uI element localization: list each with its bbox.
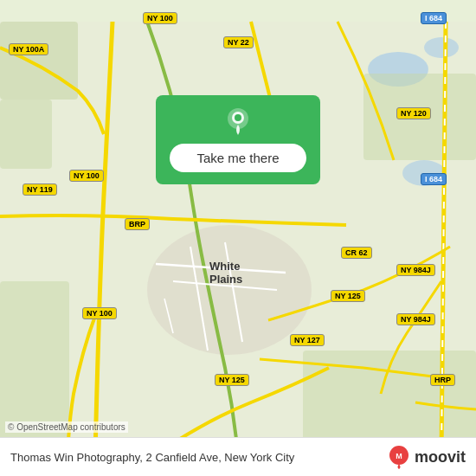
road-badge-ny127: NY 127 — [290, 334, 325, 346]
svg-point-2 — [424, 37, 459, 58]
svg-point-9 — [147, 225, 312, 355]
road-badge-ny125-bot: NY 125 — [215, 374, 249, 386]
road-badge-ny119: NY 119 — [23, 183, 57, 196]
svg-text:M: M — [396, 452, 402, 460]
road-badge-i684-mid: I 684 — [421, 173, 447, 185]
city-label: WhitePlains — [209, 260, 242, 286]
svg-point-19 — [235, 114, 241, 121]
address-text: Thomas Win Photography, 2 Canfield Ave, … — [10, 451, 387, 464]
road-badge-ny120: NY 120 — [396, 107, 431, 119]
road-badge-ny984j-bot: NY 984J — [396, 313, 435, 325]
road-badge-ny22: NY 22 — [223, 36, 254, 48]
svg-rect-5 — [0, 100, 52, 169]
map-container: NY 100 NY 100A NY 22 NY 100 NY 119 BRP N… — [0, 0, 476, 476]
road-badge-ny100-top: NY 100 — [143, 12, 177, 24]
take-me-there-button[interactable]: Take me there — [170, 144, 306, 172]
road-badge-ny100a: NY 100A — [9, 43, 48, 55]
road-badge-hrp: HRP — [430, 374, 455, 386]
moovit-logo-icon: M — [387, 445, 411, 469]
road-badge-ny100-bot: NY 100 — [82, 307, 117, 319]
moovit-logo: M moovit — [387, 445, 466, 469]
road-badge-cr62: CR 62 — [341, 247, 372, 259]
road-badge-ny100-mid: NY 100 — [69, 170, 104, 182]
road-badge-brp: BRP — [125, 218, 150, 230]
road-badge-ny984j-top: NY 984J — [396, 264, 435, 276]
location-pin-icon — [222, 106, 254, 137]
info-bar: Thomas Win Photography, 2 Canfield Ave, … — [0, 437, 476, 476]
take-me-there-card: Take me there — [156, 95, 320, 184]
moovit-text: moovit — [415, 448, 466, 466]
road-badge-ny125-right: NY 125 — [331, 290, 365, 302]
attribution: © OpenStreetMap contributors — [5, 421, 128, 433]
svg-rect-4 — [0, 22, 78, 100]
road-badge-i684-top: I 684 — [421, 12, 447, 24]
